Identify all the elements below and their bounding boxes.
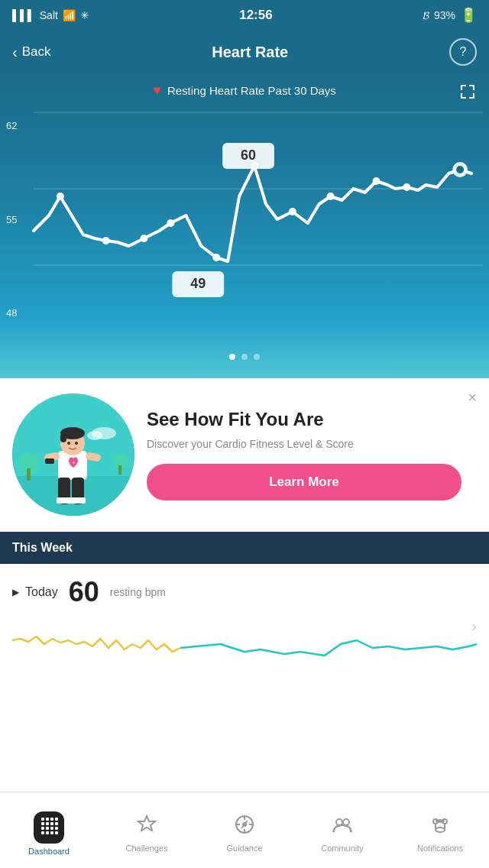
svg-point-9	[289, 208, 296, 215]
svg-point-27	[87, 431, 102, 440]
community-icon	[332, 814, 353, 840]
close-button[interactable]: ×	[468, 389, 477, 406]
svg-rect-48	[46, 822, 49, 825]
svg-rect-50	[41, 827, 44, 830]
status-left: ▌▌▌ Salt 📶 ✳	[12, 9, 89, 21]
learn-more-button[interactable]: Learn More	[147, 464, 461, 500]
y-label-bot: 48	[6, 307, 34, 319]
svg-point-70	[343, 819, 349, 825]
bluetooth-icon: 𝓑	[423, 9, 429, 22]
battery-percent: 93%	[434, 9, 455, 21]
chart-section: ♥ Resting Heart Rate Past 30 Days 62 55 …	[0, 73, 489, 378]
svg-rect-54	[55, 822, 58, 825]
svg-rect-44	[41, 818, 44, 821]
promo-desc: Discover your Cardio Fitness Level & Sco…	[147, 437, 461, 452]
svg-rect-52	[50, 827, 53, 830]
nav-item-challenges[interactable]: Challenges	[98, 792, 196, 868]
activity-icon: ✳	[80, 9, 89, 21]
promo-card: × +	[0, 378, 489, 532]
svg-point-6	[167, 219, 174, 227]
guidance-icon	[234, 814, 255, 840]
guidance-label: Guidance	[226, 844, 262, 853]
svg-rect-37	[45, 458, 54, 464]
svg-rect-47	[41, 822, 44, 825]
expand-button[interactable]	[458, 83, 477, 105]
svg-point-69	[336, 819, 342, 825]
help-button[interactable]: ?	[449, 38, 477, 66]
nav-item-dashboard[interactable]: Dashboard	[0, 792, 98, 868]
status-right: 𝓑 93% 🔋	[423, 7, 477, 24]
svg-rect-58	[50, 831, 53, 834]
svg-rect-43	[70, 497, 86, 504]
nav-item-notifications[interactable]: Notifications	[391, 792, 489, 868]
heart-icon: ♥	[153, 83, 161, 99]
today-row: ▶ Today 60 resting bpm	[12, 576, 477, 608]
header: ‹ Back Heart Rate ?	[0, 31, 489, 73]
svg-point-3	[57, 193, 64, 200]
nav-item-guidance[interactable]: Guidance	[196, 792, 293, 868]
svg-rect-56	[41, 831, 44, 834]
chart-title: Resting Heart Rate Past 30 Days	[167, 84, 336, 97]
y-label-top: 62	[6, 120, 34, 131]
chart-y-axis: 62 55 48	[6, 105, 34, 349]
dashboard-label: Dashboard	[28, 847, 70, 856]
carrier-name: Salt	[40, 9, 58, 21]
svg-marker-60	[138, 816, 155, 831]
community-label: Community	[321, 844, 364, 853]
svg-point-12	[403, 183, 410, 191]
svg-point-19	[456, 166, 464, 173]
challenges-icon	[136, 814, 157, 840]
this-week-content: ▶ Today 60 resting bpm ›	[0, 564, 489, 680]
this-week-section: This Week ▶ Today 60 resting bpm ›	[0, 532, 489, 680]
dashboard-icon	[40, 819, 58, 838]
svg-rect-25	[118, 465, 121, 474]
today-unit: resting bpm	[110, 586, 166, 598]
svg-point-7	[212, 254, 220, 261]
svg-rect-53	[55, 818, 58, 821]
signal-icon: ▌▌▌	[12, 9, 35, 21]
svg-text:60: 60	[241, 147, 256, 163]
status-time: 12:56	[239, 8, 272, 23]
help-icon: ?	[460, 45, 467, 59]
fitness-figure-svg: +	[12, 394, 134, 516]
chart-container: 62 55 48	[6, 105, 483, 349]
wifi-icon: 📶	[63, 9, 76, 21]
dot-2	[241, 354, 248, 360]
dot-3	[254, 354, 260, 360]
promo-illustration: +	[12, 394, 134, 516]
svg-point-75	[436, 828, 445, 832]
back-button[interactable]: ‹ Back	[12, 44, 50, 61]
challenges-label: Challenges	[125, 844, 167, 853]
svg-rect-55	[55, 827, 58, 830]
svg-point-4	[102, 237, 110, 245]
status-bar: ▌▌▌ Salt 📶 ✳ 12:56 𝓑 93% 🔋	[0, 0, 489, 31]
svg-text:+: +	[72, 459, 76, 466]
nav-item-community[interactable]: Community	[293, 792, 391, 868]
notifications-icon	[429, 814, 451, 840]
svg-rect-57	[46, 831, 49, 834]
this-week-header: This Week	[0, 532, 489, 564]
svg-point-33	[67, 442, 70, 445]
svg-point-5	[141, 235, 148, 242]
notifications-label: Notifications	[417, 844, 463, 853]
svg-point-11	[372, 177, 380, 185]
y-label-mid: 55	[6, 214, 34, 225]
svg-rect-59	[55, 831, 58, 834]
svg-rect-32	[60, 433, 66, 442]
svg-text:49: 49	[190, 276, 206, 291]
svg-rect-51	[46, 827, 49, 830]
svg-rect-45	[46, 818, 49, 821]
chart-pagination	[0, 354, 489, 360]
back-chevron-icon: ‹	[12, 44, 18, 61]
chart-title-row: ♥ Resting Heart Rate Past 30 Days	[0, 83, 489, 99]
mini-chart	[12, 617, 477, 671]
back-label: Back	[22, 44, 51, 60]
svg-rect-46	[50, 818, 53, 821]
chart-svg-area: 60 49	[34, 105, 483, 326]
svg-rect-42	[57, 497, 72, 504]
svg-rect-23	[27, 468, 31, 481]
promo-title: See How Fit You Are	[147, 409, 461, 431]
play-icon: ▶	[12, 587, 19, 598]
page-title: Heart Rate	[212, 44, 288, 61]
svg-point-78	[442, 821, 443, 822]
